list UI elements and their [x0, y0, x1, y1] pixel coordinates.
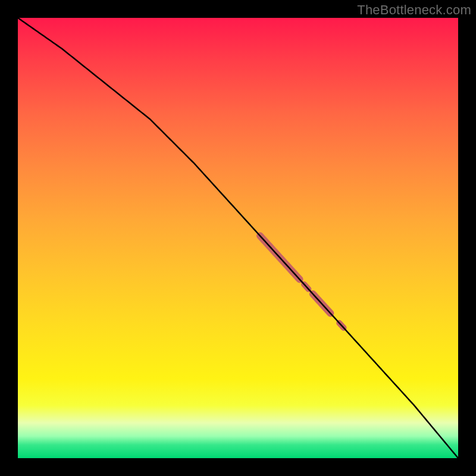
chart-overlay: [18, 18, 458, 458]
chart-frame: TheBottleneck.com: [0, 0, 476, 476]
curve-line: [18, 18, 458, 458]
watermark-label: TheBottleneck.com: [357, 2, 471, 18]
